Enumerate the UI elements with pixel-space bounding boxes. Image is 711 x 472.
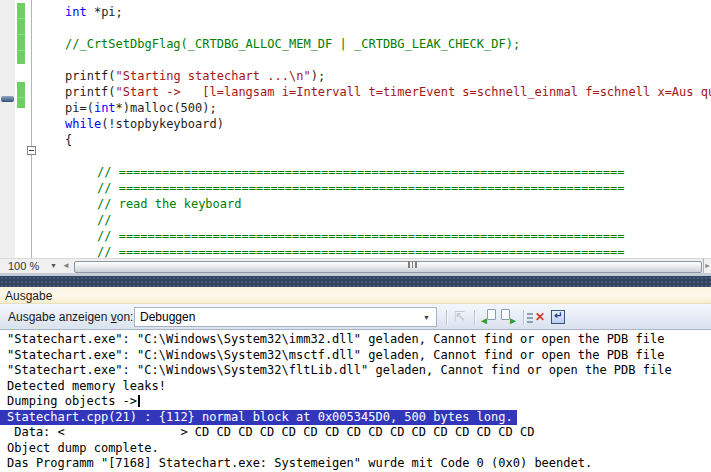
panel-title-label: Ausgabe [5,289,52,303]
code-line[interactable]: // =====================================… [0,228,711,244]
code-line[interactable]: // read the keyboard [0,196,711,212]
code-area[interactable]: int *pi; //_CrtSetDbgFlag(_CRTDBG_ALLOC_… [0,0,711,258]
next-message-button[interactable]: ► [500,309,518,326]
scrollbar-grip-icon [408,261,417,268]
output-line[interactable]: "Statechart.exe": "C:\Windows\System32\f… [7,363,711,379]
toolbar-separator [523,310,525,325]
zoom-level: 100 % [8,260,39,272]
collapse-minus-icon[interactable] [27,146,36,155]
output-line[interactable]: "Statechart.exe": "C:\Windows\System32\m… [7,348,711,364]
code-line[interactable]: //_CrtSetDbgFlag(_CRTDBG_ALLOC_MEM_DF | … [0,36,711,52]
highlighted-output-line[interactable]: Statechart.cpp(21) : {112} normal block … [0,410,517,426]
toolbar-separator [474,310,476,325]
chevron-down-icon: ▼ [50,262,57,269]
code-line[interactable] [0,148,711,164]
code-editor[interactable]: int *pi; //_CrtSetDbgFlag(_CRTDBG_ALLOC_… [0,0,711,258]
code-line[interactable]: // =====================================… [0,164,711,180]
prev-message-icon: ◄ [479,315,489,326]
code-line[interactable] [0,52,711,68]
output-line[interactable]: Dumping objects -> [7,394,711,410]
output-line[interactable]: "Statechart.exe": "C:\Windows\System32\i… [7,332,711,348]
code-line[interactable]: printf("Starting statechart ...\n"); [0,68,711,84]
clear-all-icon: ✕ [535,310,545,324]
code-line[interactable]: while(!stopbykeyboard) [0,116,711,132]
code-line[interactable]: // [0,212,711,228]
next-message-icon: ► [508,315,518,326]
code-line[interactable]: { [0,132,711,148]
code-line[interactable]: // =====================================… [0,180,711,196]
find-message-button[interactable]: ⇱ [452,309,470,326]
output-panel-titlebar[interactable]: Ausgabe [0,287,711,304]
output-console[interactable]: "Statechart.exe": "C:\Windows\System32\i… [0,330,711,472]
outlining-line [31,0,32,258]
zoom-selector[interactable]: 100 % ▼ [4,259,60,273]
previous-message-button[interactable]: ◄ [479,309,497,326]
scroll-right-button[interactable]: ► [703,259,711,273]
output-line[interactable]: Object dump complete. [7,441,711,457]
vs-window: int *pi; //_CrtSetDbgFlag(_CRTDBG_ALLOC_… [0,0,711,472]
clear-all-button[interactable]: ✕ [527,309,545,326]
code-line[interactable]: int *pi; [0,4,711,20]
code-line[interactable]: pi=(int*)malloc(500); [0,100,711,116]
toggle-word-wrap-button[interactable]: ↵ [550,309,568,326]
code-line[interactable] [0,20,711,36]
pane-splitter[interactable] [0,273,711,287]
output-line[interactable]: Das Programm "[7168] Statechart.exe: Sys… [7,456,711,472]
output-toolbar: Ausgabe anzeigen von: Debuggen ▼ ⇱ ◄ ► ✕… [0,304,711,330]
output-line[interactable]: Data: < > CD CD CD CD CD CD CD CD CD CD … [7,425,711,441]
hscroll-track[interactable] [72,259,702,273]
find-message-icon: ⇱ [454,309,465,324]
code-line[interactable]: // =====================================… [0,244,711,258]
chevron-down-icon[interactable]: ▼ [423,314,430,321]
word-wrap-icon: ↵ [554,310,562,321]
output-source-combobox[interactable]: Debuggen ▼ [134,307,437,327]
scroll-left-button[interactable]: ◄ [62,261,70,270]
speed-lines-shape [527,313,533,315]
output-line[interactable]: Detected memory leaks! [7,379,711,395]
show-output-from-label: Ausgabe anzeigen von: [8,310,133,324]
hscroll-thumb[interactable] [74,261,702,273]
code-line[interactable]: printf("Start -> [l=langsam i=Intervall … [0,84,711,100]
text-caret [138,395,140,407]
toolbar-separator [446,310,448,325]
combobox-value: Debuggen [140,310,195,324]
horizontal-scrollbar[interactable]: 100 % ▼ ◄ ► [0,258,711,273]
